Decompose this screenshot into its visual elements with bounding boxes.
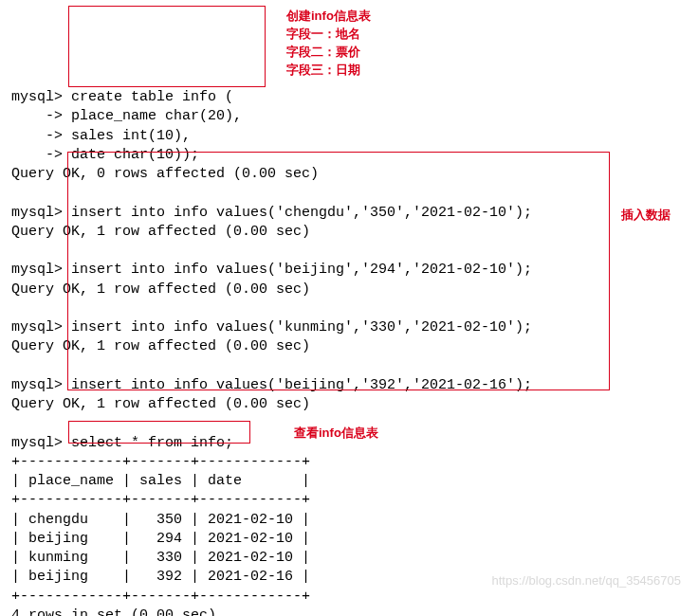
create-result: Query OK, 0 rows affected (0.00 sec): [11, 166, 319, 182]
prompt-mysql: mysql>: [11, 435, 63, 451]
prompt-cont: ->: [11, 128, 63, 144]
insert-cmd-0: insert into info values('chengdu','350',…: [71, 205, 532, 221]
prompt-mysql: mysql>: [11, 377, 63, 393]
prompt-mysql: mysql>: [11, 319, 63, 335]
create-line-2: place_name char(20),: [71, 108, 242, 124]
select-footer: 4 rows in set (0.00 sec): [11, 607, 216, 616]
annotation-create-f1: 字段一：地名: [286, 26, 438, 44]
annotation-select: 查看info信息表: [294, 425, 378, 443]
annotation-insert: 插入数据: [621, 207, 670, 225]
create-line-1: create table info (: [71, 89, 233, 105]
insert-result-1: Query OK, 1 row affected (0.00 sec): [11, 281, 310, 298]
insert-cmd-3: insert into info values('beijing','392',…: [71, 377, 532, 393]
insert-cmd-2: insert into info values('kunming','330',…: [71, 319, 532, 335]
table-border: +------------+-------+------------+: [11, 454, 310, 470]
insert-result-0: Query OK, 1 row affected (0.00 sec): [11, 224, 310, 240]
create-line-3: sales int(10),: [71, 128, 191, 144]
prompt-mysql: mysql>: [11, 205, 63, 221]
create-line-4: date char(10));: [71, 147, 199, 163]
annotation-create-title: 创建info信息表: [286, 8, 438, 26]
table-border: +------------+-------+------------+: [11, 589, 310, 605]
highlight-create-box: [68, 6, 266, 87]
annotation-create-f2: 字段二：票价: [286, 44, 438, 62]
watermark: https://blog.csdn.net/qq_35456705: [492, 572, 682, 589]
insert-result-3: Query OK, 1 row affected (0.00 sec): [11, 396, 310, 412]
table-header: | place_name | sales | date |: [11, 473, 310, 489]
prompt-cont: ->: [11, 147, 63, 163]
table-row: | beijing | 294 | 2021-02-10 |: [11, 531, 310, 547]
insert-cmd-1: insert into info values('beijing','294',…: [71, 262, 532, 278]
select-cmd: select * from info;: [71, 435, 233, 451]
table-border: +------------+-------+------------+: [11, 492, 310, 508]
annotation-create: 创建info信息表 字段一：地名 字段二：票价 字段三：日期: [286, 8, 438, 79]
annotation-create-f3: 字段三：日期: [286, 62, 438, 80]
prompt-mysql: mysql>: [11, 262, 63, 278]
table-row: | chengdu | 350 | 2021-02-10 |: [11, 512, 310, 528]
prompt-cont: ->: [11, 108, 63, 124]
table-row: | kunming | 330 | 2021-02-10 |: [11, 550, 310, 566]
insert-result-2: Query OK, 1 row affected (0.00 sec): [11, 338, 310, 354]
prompt-mysql: mysql>: [11, 89, 63, 105]
table-row: | beijing | 392 | 2021-02-16 |: [11, 569, 310, 585]
